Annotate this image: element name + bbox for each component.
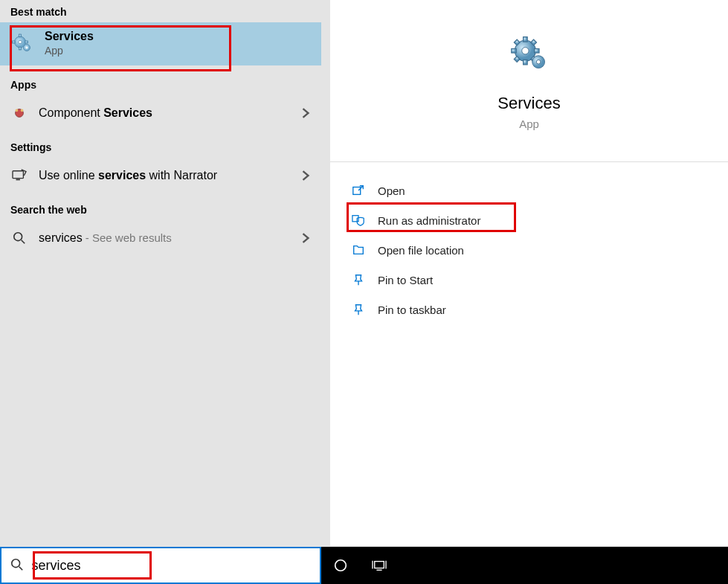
best-match-header: Best match: [0, 0, 321, 22]
task-view-button[interactable]: [360, 547, 399, 584]
svg-rect-5: [25, 41, 28, 43]
best-match-title: Services: [45, 30, 94, 43]
action-label: Pin to Start: [378, 274, 433, 286]
gear-icon-large: [507, 31, 552, 76]
svg-point-7: [26, 47, 28, 49]
taskbar-right: [321, 547, 728, 584]
search-results-panel: Best match Services: [0, 0, 321, 546]
svg-rect-4: [13, 41, 16, 43]
svg-point-1: [19, 40, 22, 44]
svg-rect-16: [523, 37, 527, 42]
svg-rect-17: [523, 60, 527, 65]
svg-point-26: [536, 60, 541, 64]
chevron-right-icon: [300, 233, 311, 243]
svg-rect-2: [19, 34, 22, 37]
taskbar-search-box[interactable]: [0, 547, 321, 584]
svg-line-30: [19, 567, 23, 571]
divider: [330, 161, 728, 162]
details-title: Services: [330, 94, 728, 113]
monitor-icon: [10, 167, 28, 184]
svg-point-13: [14, 233, 22, 241]
search-web-header: Search the web: [0, 198, 321, 220]
action-label: Pin to taskbar: [378, 304, 446, 316]
gear-icon: [10, 31, 34, 55]
best-match-services[interactable]: Services App: [0, 22, 321, 65]
svg-line-14: [22, 240, 25, 244]
svg-point-29: [12, 559, 20, 568]
svg-rect-11: [13, 171, 23, 179]
pin-icon: [351, 272, 366, 287]
best-match-text: Services App: [45, 30, 94, 57]
web-item-services[interactable]: services - See web results: [0, 220, 321, 256]
best-match-subtitle: App: [45, 45, 94, 57]
settings-item-label: Use online services with Narrator: [39, 169, 300, 182]
svg-rect-27: [353, 187, 361, 195]
annotation-highlight: [10, 25, 231, 71]
apps-item-label: Component Services: [39, 106, 300, 120]
action-label: Open: [378, 184, 405, 197]
details-panel: Services App Open Run as administrator: [330, 0, 728, 546]
open-icon: [351, 183, 366, 198]
settings-item-narrator[interactable]: Use online services with Narrator: [0, 158, 321, 193]
pin-icon: [351, 302, 366, 317]
apps-header: Apps: [0, 73, 321, 95]
taskbar: [0, 547, 728, 584]
cortana-button[interactable]: [321, 547, 360, 584]
svg-rect-12: [16, 179, 20, 181]
shield-icon: [351, 213, 366, 228]
action-label: Run as administrator: [378, 214, 480, 227]
search-icon: [10, 229, 28, 247]
details-subtitle: App: [330, 118, 728, 130]
svg-rect-19: [534, 48, 539, 53]
settings-header: Settings: [0, 135, 321, 158]
action-pin-to-taskbar[interactable]: Pin to taskbar: [330, 295, 728, 324]
folder-icon: [351, 243, 366, 257]
web-item-label: services - See web results: [39, 231, 300, 245]
chevron-right-icon: [300, 108, 311, 118]
apps-item-component-services[interactable]: Component Services: [0, 95, 321, 131]
action-label: Open file location: [378, 244, 464, 257]
svg-point-9: [16, 109, 19, 112]
svg-point-24: [521, 48, 528, 54]
action-pin-to-start[interactable]: Pin to Start: [330, 265, 728, 295]
svg-point-10: [21, 109, 24, 112]
component-services-icon: [10, 104, 28, 122]
svg-rect-18: [511, 48, 516, 53]
chevron-right-icon: [300, 170, 311, 181]
action-open-file-location[interactable]: Open file location: [330, 235, 728, 265]
search-icon: [10, 558, 25, 573]
action-run-as-admin[interactable]: Run as administrator: [330, 205, 728, 235]
svg-rect-32: [375, 562, 384, 568]
svg-rect-3: [19, 47, 22, 50]
svg-point-31: [335, 560, 347, 571]
search-input[interactable]: [32, 558, 311, 574]
action-open[interactable]: Open: [330, 176, 728, 205]
